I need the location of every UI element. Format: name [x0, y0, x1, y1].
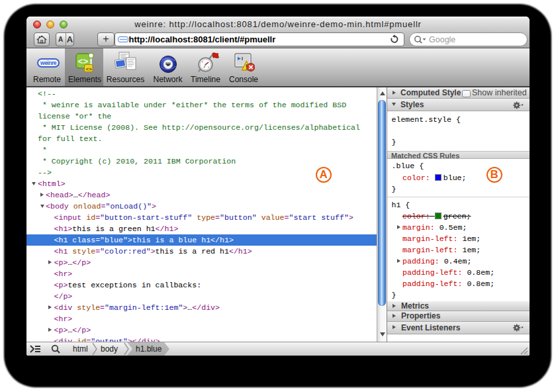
svg-text:<>: <> — [86, 66, 93, 72]
